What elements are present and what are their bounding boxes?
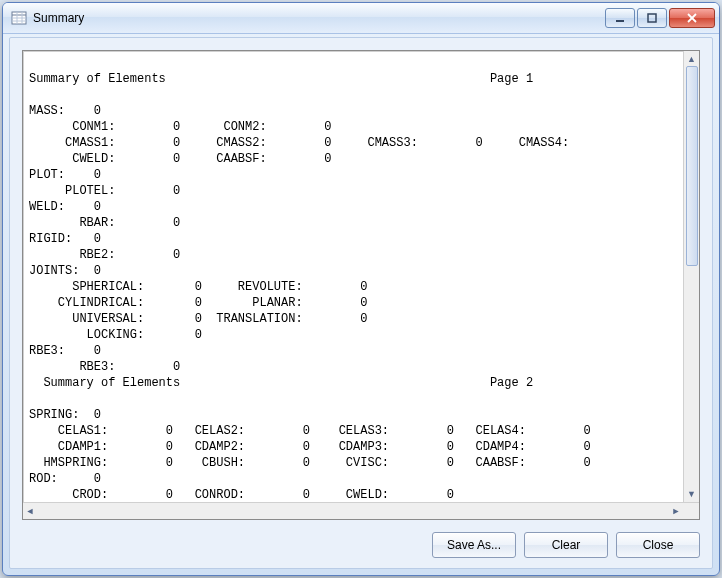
summary-text-frame: Summary of Elements Page 1 MASS: 0 CONM1… bbox=[22, 50, 700, 520]
save-as-button[interactable]: Save As... bbox=[432, 532, 516, 558]
maximize-icon bbox=[647, 13, 657, 23]
scroll-down-button[interactable]: ▼ bbox=[685, 487, 699, 501]
text-viewport[interactable]: Summary of Elements Page 1 MASS: 0 CONM1… bbox=[23, 51, 683, 502]
chevron-up-icon: ▲ bbox=[687, 55, 696, 64]
maximize-button[interactable] bbox=[637, 8, 667, 28]
vertical-scrollbar[interactable]: ▲ ▼ bbox=[683, 51, 699, 502]
chevron-left-icon: ◄ bbox=[26, 507, 35, 516]
scroll-left-button[interactable]: ◄ bbox=[23, 504, 37, 518]
chevron-right-icon: ► bbox=[672, 507, 681, 516]
clear-button[interactable]: Clear bbox=[524, 532, 608, 558]
scroll-right-button[interactable]: ► bbox=[669, 504, 683, 518]
window-controls bbox=[605, 8, 715, 28]
summary-window: Summary Summary of Elements bbox=[2, 2, 720, 576]
dialog-button-row: Save As... Clear Close bbox=[432, 532, 700, 558]
chevron-down-icon: ▼ bbox=[687, 490, 696, 499]
svg-line-9 bbox=[688, 14, 696, 22]
horizontal-scroll-track[interactable] bbox=[37, 504, 669, 518]
vertical-scroll-thumb[interactable] bbox=[686, 66, 698, 266]
close-button[interactable]: Close bbox=[616, 532, 700, 558]
vertical-scroll-track[interactable] bbox=[685, 66, 699, 487]
close-icon bbox=[686, 13, 698, 23]
summary-text: Summary of Elements Page 1 MASS: 0 CONM1… bbox=[29, 55, 679, 502]
scroll-corner bbox=[683, 503, 699, 519]
svg-rect-6 bbox=[616, 20, 624, 22]
svg-rect-7 bbox=[648, 14, 656, 22]
minimize-button[interactable] bbox=[605, 8, 635, 28]
scroll-up-button[interactable]: ▲ bbox=[685, 52, 699, 66]
minimize-icon bbox=[615, 13, 625, 23]
client-area: Summary of Elements Page 1 MASS: 0 CONM1… bbox=[9, 37, 713, 569]
horizontal-scrollbar[interactable]: ◄ ► bbox=[23, 502, 699, 519]
svg-line-8 bbox=[688, 14, 696, 22]
text-body: Summary of Elements Page 1 MASS: 0 CONM1… bbox=[23, 51, 699, 502]
window-title: Summary bbox=[33, 11, 605, 25]
titlebar[interactable]: Summary bbox=[3, 3, 719, 34]
app-icon bbox=[11, 10, 27, 26]
close-window-button[interactable] bbox=[669, 8, 715, 28]
